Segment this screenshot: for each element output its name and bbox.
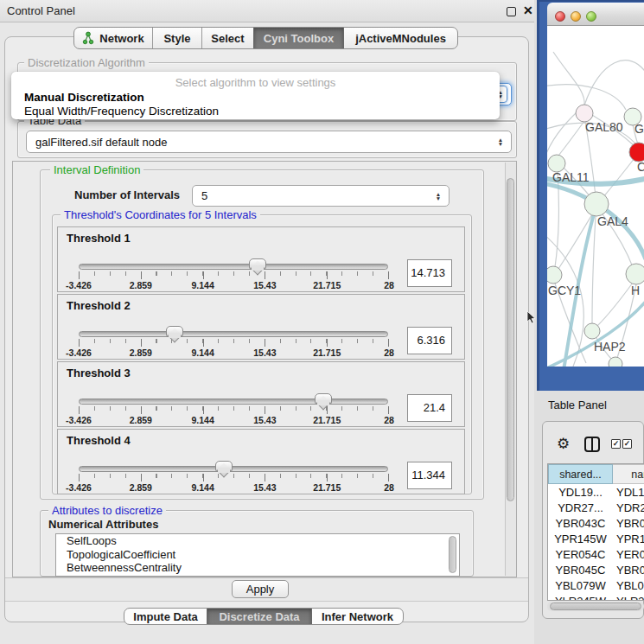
checkbox-icon[interactable]: ✓ — [622, 439, 632, 449]
slider-track[interactable] — [79, 466, 388, 472]
numerical-attributes-list[interactable]: SelfLoops TopologicalCoefficient Between… — [55, 533, 460, 577]
checkbox-icon[interactable]: ✓ — [611, 439, 621, 449]
popup-option-manual-discretization[interactable]: Manual Discretization — [24, 91, 144, 104]
node-gcy1[interactable] — [547, 266, 562, 284]
table-row[interactable]: YBR043CYBR0 — [548, 516, 644, 532]
slider-thumb[interactable] — [249, 258, 266, 270]
threshold-3-panel: Threshold 3 -3.426 2.859 9.144 15.43 21.… — [57, 361, 465, 427]
column-header-shared-name[interactable]: shared... — [548, 464, 613, 484]
node-gal4[interactable] — [584, 192, 609, 216]
slider-thumb[interactable] — [215, 461, 233, 472]
slider-scale: -3.426 2.859 9.144 15.43 21.715 28 — [79, 348, 389, 358]
combobox-stepper-icon[interactable]: ▲ ▼ — [431, 192, 445, 201]
slider-track[interactable] — [79, 331, 388, 337]
slider-scale: -3.426 2.859 9.144 15.43 21.715 28 — [79, 280, 389, 290]
node-bottom[interactable] — [609, 357, 622, 367]
mac-close-button[interactable] — [555, 11, 565, 22]
number-of-intervals-label: Number of Intervals — [74, 188, 180, 201]
threshold-1-slider[interactable]: -3.426 2.859 9.144 15.43 21.715 28 — [79, 260, 388, 291]
combobox-stepper-icon[interactable]: ▲ ▼ — [494, 137, 507, 146]
arrow-down-icon: ▼ — [498, 142, 503, 146]
control-panel-tabbar: Network Style Select Cyni Toolbox jActiv… — [73, 27, 458, 49]
gear-icon[interactable]: ⚙ — [557, 435, 570, 453]
threshold-3-slider[interactable]: -3.426 2.859 9.144 15.43 21.715 28 — [79, 395, 388, 426]
cell-name: YDL1 — [613, 485, 644, 501]
cell-shared: YDL19... — [548, 485, 613, 501]
apply-button[interactable]: Apply — [232, 580, 289, 598]
threshold-2-slider[interactable]: -3.426 2.859 9.144 15.43 21.715 28 — [79, 328, 388, 359]
node-hap2[interactable] — [584, 323, 600, 339]
slider-ticks — [79, 271, 389, 279]
column-header-name[interactable]: name — [613, 464, 644, 484]
table-row[interactable]: YPR145WYPR1 — [548, 532, 644, 547]
tab-cyni-toolbox[interactable]: Cyni Toolbox — [253, 28, 344, 48]
threshold-4-label: Threshold 4 — [67, 434, 131, 447]
node-gal11[interactable] — [548, 155, 565, 172]
tab-impute-data[interactable]: Impute Data — [124, 609, 207, 624]
network-nodes[interactable] — [547, 105, 644, 367]
table-row[interactable]: YDL19...YDL1 — [548, 485, 644, 501]
tab-infer-network[interactable]: Infer Network — [312, 609, 403, 624]
table-row[interactable]: YDR27...YDR2 — [548, 501, 644, 516]
node-h[interactable] — [626, 264, 644, 284]
cell-name: YER0 — [613, 547, 644, 563]
control-panel-titlebar: Control Panel ✕ — [0, 0, 534, 22]
mac-minimize-button[interactable] — [571, 11, 581, 22]
table-row[interactable]: YBL079WYBL0 — [548, 578, 644, 594]
list-scrollbar-thumb[interactable] — [449, 536, 456, 573]
mouse-cursor — [526, 311, 538, 325]
tab-jactivemnodules[interactable]: jActiveMNodules — [344, 28, 457, 48]
tab-select[interactable]: Select — [201, 28, 253, 48]
screen: Control Panel ✕ Network Style Select Cyn… — [0, 0, 644, 644]
cell-shared: YLR345W — [548, 594, 613, 601]
threshold-2-value-field[interactable]: 6.316 — [407, 327, 452, 354]
table-row[interactable]: YER054CYER0 — [548, 547, 644, 563]
table-data-combobox[interactable]: galFiltered.sif default node ▲ ▼ — [26, 131, 512, 153]
columns-icon[interactable] — [584, 437, 600, 452]
slider-track[interactable] — [79, 399, 388, 405]
threshold-4-value-field[interactable]: 11.344 — [407, 462, 452, 489]
node-red[interactable] — [629, 143, 644, 162]
network-window-titlebar[interactable] — [547, 3, 644, 26]
threshold-1-panel: Threshold 1 -3.426 2.859 9.144 15.43 21.… — [57, 226, 465, 292]
network-canvas[interactable]: GAL80 GA C GAL11 GAL4 GCY1 H HAP2 — [547, 26, 644, 367]
cell-name: YLR3 — [613, 594, 644, 601]
node-table[interactable]: shared... name YDL19...YDL1 YDR27...YDR2… — [547, 463, 644, 601]
cell-shared: YPR145W — [548, 532, 613, 547]
node-gal80[interactable] — [576, 105, 593, 122]
slider-thumb[interactable] — [315, 393, 332, 405]
cell-name: YDR2 — [613, 501, 644, 516]
slider-thumb[interactable] — [166, 326, 183, 337]
table-row[interactable]: YLR345WYLR3 — [548, 594, 644, 601]
slider-track[interactable] — [79, 264, 388, 270]
popup-option-equal-width-frequency[interactable]: Equal Width/Frequency Discretization — [24, 105, 219, 118]
list-item[interactable]: TopologicalCoefficient — [56, 548, 459, 562]
close-icon[interactable]: ✕ — [523, 3, 533, 17]
node-label: GAL11 — [552, 170, 590, 184]
float-window-icon[interactable] — [507, 7, 516, 16]
cell-shared: YER054C — [548, 547, 613, 563]
number-of-intervals-combobox[interactable]: 5 ▲ ▼ — [192, 185, 450, 207]
horizontal-scrollbar-thumb[interactable] — [550, 603, 641, 610]
threshold-1-value-field[interactable]: 14.713 — [407, 259, 452, 287]
cell-shared: YBR045C — [548, 563, 613, 578]
numerical-attributes-heading: Numerical Attributes — [48, 518, 158, 531]
threshold-3-value-field[interactable]: 21.4 — [407, 394, 452, 422]
tab-network[interactable]: Network — [74, 28, 152, 48]
vertical-scrollbar-thumb[interactable] — [507, 178, 514, 501]
list-item[interactable]: SelfLoops — [56, 534, 459, 548]
tab-select-label: Select — [211, 32, 244, 45]
node-label: GAL80 — [585, 120, 623, 134]
node-label: GAL4 — [597, 214, 628, 228]
bottom-tabbar: Impute Data Discretize Data Infer Networ… — [124, 608, 404, 625]
tab-discretize-data[interactable]: Discretize Data — [207, 609, 312, 624]
network-icon — [82, 31, 94, 45]
threshold-4-panel: Threshold 4 -3.426 2.859 9.144 15.43 21.… — [57, 429, 465, 494]
list-item[interactable]: BetweennessCentrality — [56, 561, 459, 575]
tab-style[interactable]: Style — [152, 28, 201, 48]
table-header-row: shared... name — [548, 464, 644, 484]
threshold-4-slider[interactable]: -3.426 2.859 9.144 15.43 21.715 28 — [79, 462, 388, 494]
mac-zoom-button[interactable] — [586, 11, 596, 22]
table-row[interactable]: YBR045CYBR0 — [548, 563, 644, 578]
slider-scale: -3.426 2.859 9.144 15.43 21.715 28 — [79, 482, 389, 493]
